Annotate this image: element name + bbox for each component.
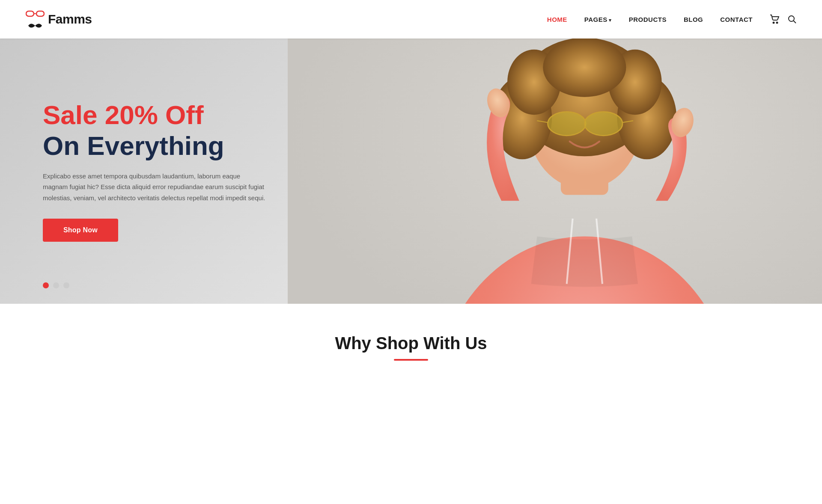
nav-home[interactable]: HOME: [547, 16, 567, 23]
hero-description: Explicabo esse amet tempora quibusdam la…: [43, 171, 265, 204]
nav-products[interactable]: PRODUCTS: [629, 16, 667, 23]
why-shop-section: Why Shop With Us: [0, 304, 822, 378]
hero-image-area: [288, 39, 822, 304]
svg-line-8: [794, 21, 796, 24]
nav-pages[interactable]: PAGES: [584, 16, 612, 23]
nav-icons: [770, 15, 796, 24]
carousel-dot-2[interactable]: [53, 282, 59, 288]
nav-blog[interactable]: BLOG: [684, 16, 703, 23]
hero-content: Sale 20% Off On Everything Explicabo ess…: [0, 101, 265, 242]
glasses-icon: [26, 9, 45, 21]
svg-point-20: [584, 112, 622, 135]
search-button[interactable]: [788, 15, 796, 24]
svg-point-19: [548, 112, 586, 135]
cart-button[interactable]: [770, 15, 779, 24]
svg-rect-0: [26, 11, 34, 16]
hero-sale-text: Sale 20% Off: [43, 101, 265, 130]
why-shop-underline: [394, 359, 428, 361]
svg-point-18: [543, 39, 626, 97]
nav-contact[interactable]: CONTACT: [720, 16, 753, 23]
header: Famms HOME PAGES PRODUCTS BLOG CONTACT: [0, 0, 822, 39]
carousel-dot-1[interactable]: [43, 282, 49, 288]
svg-rect-1: [36, 11, 44, 16]
svg-point-7: [789, 16, 794, 21]
why-shop-title: Why Shop With Us: [335, 334, 487, 353]
svg-point-5: [773, 22, 774, 24]
hero-svg: [288, 39, 822, 304]
shop-now-button[interactable]: Shop Now: [43, 219, 118, 242]
carousel-dots: [43, 282, 69, 288]
svg-point-6: [777, 22, 778, 24]
hero-tagline: On Everything: [43, 131, 265, 160]
logo-icon: [26, 9, 45, 30]
carousel-dot-3[interactable]: [63, 282, 69, 288]
brand-name: Famms: [48, 12, 92, 27]
main-nav: HOME PAGES PRODUCTS BLOG CONTACT: [547, 15, 796, 24]
hero-section: Sale 20% Off On Everything Explicabo ess…: [0, 39, 822, 304]
logo[interactable]: Famms: [26, 9, 92, 30]
mustache-icon: [27, 21, 43, 30]
